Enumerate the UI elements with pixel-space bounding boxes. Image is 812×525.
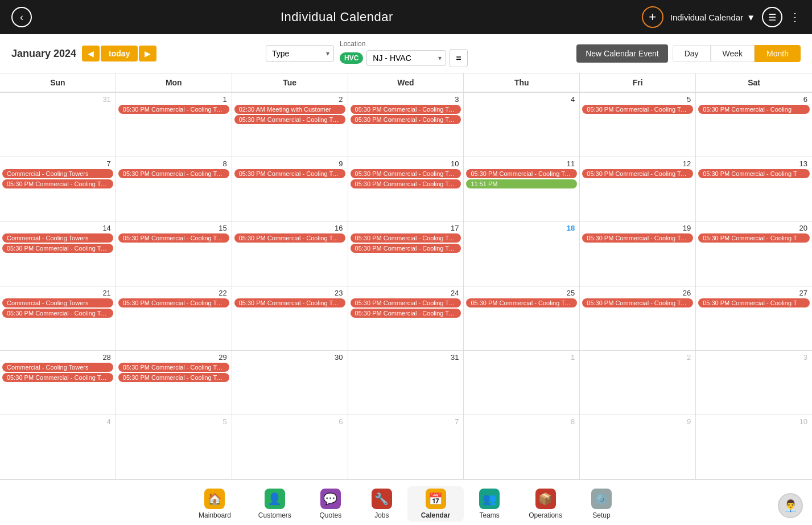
calendar-event[interactable]: 05:30 PM Commercial - Cooling Towers: [118, 233, 229, 243]
calendar-cell-0-4[interactable]: 4: [464, 93, 580, 157]
nav-quotes[interactable]: 💬 Quotes: [305, 486, 356, 522]
calendar-event[interactable]: 05:30 PM Commercial - Cooling T: [698, 169, 810, 178]
calendar-cell-3-2[interactable]: 2305:30 PM Commercial - Cooling Towers: [232, 286, 348, 350]
calendar-cell-3-4[interactable]: 2505:30 PM Commercial - Cooling Towers: [464, 286, 580, 350]
calendar-event[interactable]: 05:30 PM Commercial - Cooling Towers: [118, 373, 229, 382]
calendar-event[interactable]: 05:30 PM Commercial - Cooling Towers: [118, 105, 229, 114]
calendar-cell-3-6[interactable]: 2705:30 PM Commercial - Cooling T: [696, 286, 812, 350]
calendar-cell-1-2[interactable]: 905:30 PM Commercial - Cooling Towers: [232, 157, 348, 221]
nav-customers[interactable]: 👤 Customers: [245, 486, 305, 522]
calendar-event[interactable]: 05:30 PM Commercial - Cooling Towers: [234, 298, 345, 307]
calendar-cell-1-3[interactable]: 1005:30 PM Commercial - Cooling Towers05…: [348, 157, 464, 221]
calendar-event[interactable]: Commercial - Cooling Towers: [2, 169, 113, 178]
location-select[interactable]: NJ - HVAC: [366, 50, 446, 66]
calendar-cell-1-5[interactable]: 1205:30 PM Commercial - Cooling Towers: [580, 157, 696, 221]
calendar-event[interactable]: 11:51 PM: [466, 179, 577, 188]
calendar-event[interactable]: 05:30 PM Commercial - Cooling Towers: [118, 298, 229, 307]
calendar-event[interactable]: 05:30 PM Commercial - Cooling Towers: [351, 105, 461, 114]
calendar-event[interactable]: 05:30 PM Commercial - Cooling Towers: [582, 169, 693, 178]
calendar-cell-2-3[interactable]: 1705:30 PM Commercial - Cooling Towers05…: [348, 222, 464, 285]
nav-mainboard[interactable]: 🏠 Mainboard: [185, 486, 245, 522]
nav-calendar[interactable]: 📅 Calendar: [407, 486, 464, 522]
calendar-event[interactable]: 05:30 PM Commercial - Cooling Towers: [351, 179, 461, 188]
calendar-cell-2-2[interactable]: 1605:30 PM Commercial - Cooling Towers: [232, 222, 348, 285]
calendar-cell-0-1[interactable]: 105:30 PM Commercial - Cooling Towers: [116, 93, 232, 157]
calendar-event[interactable]: Commercial - Cooling Towers: [2, 298, 113, 307]
calendar-cell-2-0[interactable]: 14Commercial - Cooling Towers05:30 PM Co…: [0, 222, 116, 285]
type-select[interactable]: Type: [266, 45, 334, 62]
calendar-cell-4-0[interactable]: 28Commercial - Cooling Towers05:30 PM Co…: [0, 351, 116, 415]
calendar-cell-3-5[interactable]: 2605:30 PM Commercial - Cooling Towers: [580, 286, 696, 350]
calendar-event[interactable]: 05:30 PM Commercial - Cooling Towers: [351, 169, 461, 178]
nav-operations[interactable]: 📦 Operations: [515, 486, 576, 522]
calendar-selector[interactable]: Individual Calendar ▼: [670, 13, 755, 22]
calendar-cell-4-2[interactable]: 30: [232, 351, 348, 415]
calendar-event[interactable]: 05:30 PM Commercial - Cooling Towers: [351, 244, 461, 253]
nav-teams[interactable]: 👥 Teams: [464, 486, 515, 522]
calendar-cell-1-0[interactable]: 7Commercial - Cooling Towers05:30 PM Com…: [0, 157, 116, 221]
more-options-button[interactable]: ⋮: [789, 10, 801, 24]
calendar-event[interactable]: 05:30 PM Commercial - Cooling T: [698, 298, 810, 307]
calendar-cell-4-1[interactable]: 2905:30 PM Commercial - Cooling Towers05…: [116, 351, 232, 415]
day-view-button[interactable]: Day: [673, 45, 711, 62]
next-month-button[interactable]: ▶: [139, 46, 156, 61]
calendar-event[interactable]: Commercial - Cooling Towers: [2, 233, 113, 243]
calendar-cell-1-1[interactable]: 805:30 PM Commercial - Cooling Towers: [116, 157, 232, 221]
calendar-cell-5-5[interactable]: 9: [580, 415, 696, 479]
calendar-event[interactable]: 05:30 PM Commercial - Cooling Towers: [351, 233, 461, 243]
calendar-cell-5-0[interactable]: 4: [0, 415, 116, 479]
back-button[interactable]: ‹: [11, 7, 32, 27]
month-view-button[interactable]: Month: [755, 45, 801, 62]
calendar-cell-0-3[interactable]: 305:30 PM Commercial - Cooling Towers05:…: [348, 93, 464, 157]
calendar-event[interactable]: 02:30 AM Meeting with Customer: [234, 105, 345, 114]
calendar-cell-3-0[interactable]: 21Commercial - Cooling Towers05:30 PM Co…: [0, 286, 116, 350]
calendar-event[interactable]: 05:30 PM Commercial - Cooling T: [698, 233, 810, 243]
calendar-event[interactable]: 05:30 PM Commercial - Cooling Towers: [2, 309, 113, 318]
calendar-cell-0-2[interactable]: 202:30 AM Meeting with Customer05:30 PM …: [232, 93, 348, 157]
calendar-cell-0-6[interactable]: 605:30 PM Commercial - Cooling: [696, 93, 812, 157]
prev-month-button[interactable]: ◀: [82, 46, 100, 61]
new-calendar-event-button[interactable]: New Calendar Event: [576, 44, 667, 63]
calendar-event[interactable]: 05:30 PM Commercial - Cooling Towers: [2, 244, 113, 253]
calendar-cell-3-1[interactable]: 2205:30 PM Commercial - Cooling Towers: [116, 286, 232, 350]
menu-button[interactable]: ☰: [762, 7, 782, 27]
calendar-event[interactable]: 05:30 PM Commercial - Cooling Towers: [351, 115, 461, 124]
calendar-event[interactable]: 05:30 PM Commercial - Cooling Towers: [582, 298, 693, 307]
calendar-event[interactable]: 05:30 PM Commercial - Cooling Towers: [234, 169, 345, 178]
calendar-cell-4-4[interactable]: 1: [464, 351, 580, 415]
calendar-event[interactable]: 05:30 PM Commercial - Cooling Towers: [351, 309, 461, 318]
calendar-cell-0-5[interactable]: 505:30 PM Commercial - Cooling Towers: [580, 93, 696, 157]
calendar-cell-2-4[interactable]: 18: [464, 222, 580, 285]
calendar-cell-3-3[interactable]: 2405:30 PM Commercial - Cooling Towers05…: [348, 286, 464, 350]
calendar-cell-5-6[interactable]: 10: [696, 415, 812, 479]
calendar-event[interactable]: 05:30 PM Commercial - Cooling Towers: [582, 233, 693, 243]
calendar-cell-5-4[interactable]: 8: [464, 415, 580, 479]
calendar-cell-5-2[interactable]: 6: [232, 415, 348, 479]
calendar-event[interactable]: 05:30 PM Commercial - Cooling: [698, 105, 810, 114]
calendar-event[interactable]: 05:30 PM Commercial - Cooling Towers: [466, 169, 577, 178]
calendar-event[interactable]: 05:30 PM Commercial - Cooling Towers: [2, 179, 113, 188]
nav-setup[interactable]: ⚙️ Setup: [576, 486, 627, 522]
calendar-cell-5-1[interactable]: 5: [116, 415, 232, 479]
calendar-cell-4-5[interactable]: 2: [580, 351, 696, 415]
calendar-event[interactable]: 05:30 PM Commercial - Cooling Towers: [234, 233, 345, 243]
calendar-cell-1-6[interactable]: 1305:30 PM Commercial - Cooling T: [696, 157, 812, 221]
nav-jobs[interactable]: 🔧 Jobs: [356, 486, 407, 522]
add-event-button[interactable]: +: [642, 6, 663, 28]
calendar-cell-4-3[interactable]: 31: [348, 351, 464, 415]
calendar-event[interactable]: 05:30 PM Commercial - Cooling Towers: [466, 298, 577, 307]
calendar-cell-2-1[interactable]: 1505:30 PM Commercial - Cooling Towers: [116, 222, 232, 285]
calendar-event[interactable]: Commercial - Cooling Towers: [2, 363, 113, 372]
user-avatar[interactable]: 👨‍💼: [778, 493, 803, 518]
calendar-event[interactable]: 05:30 PM Commercial - Cooling Towers: [118, 169, 229, 178]
calendar-cell-0-0[interactable]: 31: [0, 93, 116, 157]
calendar-event[interactable]: 05:30 PM Commercial - Cooling Towers: [118, 363, 229, 372]
calendar-cell-4-6[interactable]: 3: [696, 351, 812, 415]
calendar-cell-5-3[interactable]: 7: [348, 415, 464, 479]
calendar-event[interactable]: 05:30 PM Commercial - Cooling Towers: [351, 298, 461, 307]
calendar-event[interactable]: 05:30 PM Commercial - Cooling Towers: [582, 105, 693, 114]
calendar-cell-2-6[interactable]: 2005:30 PM Commercial - Cooling T: [696, 222, 812, 285]
calendar-cell-1-4[interactable]: 1105:30 PM Commercial - Cooling Towers11…: [464, 157, 580, 221]
calendar-event[interactable]: 05:30 PM Commercial - Cooling Towers: [234, 115, 345, 124]
calendar-cell-2-5[interactable]: 1905:30 PM Commercial - Cooling Towers: [580, 222, 696, 285]
